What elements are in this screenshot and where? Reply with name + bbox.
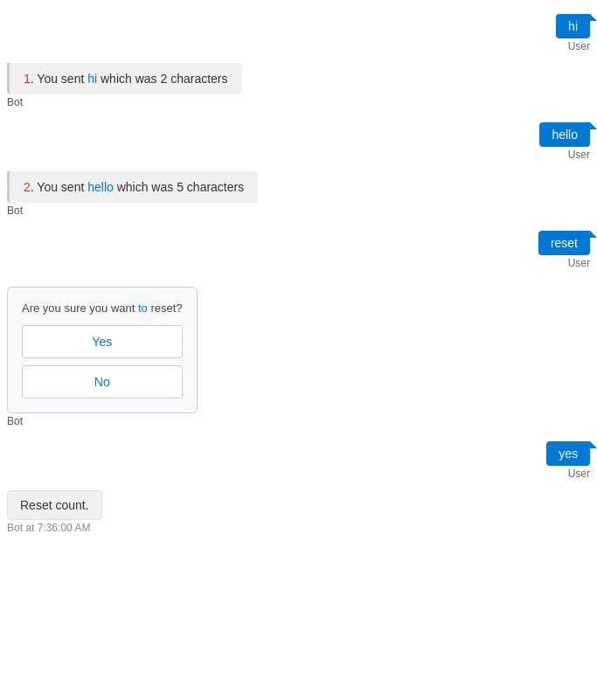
confirm-q-pre: Are you sure you want [22, 301, 138, 315]
user-reset-sender: User [568, 257, 590, 269]
bot-hi-pre: You sent [37, 72, 87, 86]
bot-hello-highlight: hello [87, 180, 114, 194]
bubble-bot-hi: 1. You sent hi which was 2 characters [7, 63, 242, 94]
user-hi-sender: User [568, 40, 590, 52]
bot-hi-number: 1 [24, 72, 31, 86]
message-row-bot-confirm: Are you sure you want to reset? Yes No B… [7, 280, 590, 427]
bot-confirm-sender: Bot [7, 415, 23, 427]
bot-hello-sender: Bot [7, 204, 23, 217]
message-row-bot-reset-done: Reset count. Bot at 7:36:00 AM [7, 490, 590, 534]
bot-hello-post: which was [114, 180, 177, 194]
confirm-question: Are you sure you want to reset? [22, 301, 183, 315]
message-row-user-hi: hi User [7, 14, 590, 52]
message-row-bot-hi: 1. You sent hi which was 2 characters Bo… [7, 63, 590, 108]
bot-hi-sender: Bot [7, 96, 23, 108]
bubble-user-reset: reset [538, 231, 590, 255]
bot-hello-suffix: characters [184, 180, 244, 194]
user-hello-text: hello [552, 128, 578, 142]
bubble-user-hi: hi [556, 14, 590, 38]
bubble-user-hello: hello [539, 122, 590, 147]
bot-hi-suffix: characters [167, 72, 227, 86]
message-row-user-hello: hello User [7, 122, 590, 161]
user-hello-sender: User [568, 149, 590, 161]
bubble-reset: Reset count. [7, 490, 102, 520]
bubble-bot-hello: 2. You sent hello which was 5 characters [7, 171, 258, 203]
bot-hi-post: which was [97, 72, 160, 86]
bot-hi-highlight: hi [87, 72, 97, 86]
bot-hello-pre: You sent [37, 180, 87, 194]
message-row-user-yes: yes User [7, 441, 590, 480]
bot-hello-number: 2 [24, 180, 31, 194]
confirm-card: Are you sure you want to reset? Yes No [7, 287, 198, 413]
user-reset-text: reset [551, 236, 578, 250]
bubble-user-yes: yes [546, 441, 590, 466]
user-yes-sender: User [568, 468, 590, 480]
message-row-user-reset: reset User [7, 231, 590, 269]
reset-done-text: Reset count. [20, 498, 89, 512]
message-row-bot-hello: 2. You sent hello which was 5 characters… [7, 171, 590, 217]
bot-hello-count: 5 [177, 180, 184, 194]
yes-button[interactable]: Yes [22, 325, 183, 358]
chat-container: hi User 1. You sent hi which was 2 chara… [7, 14, 590, 537]
user-yes-text: yes [559, 447, 578, 461]
bot-reset-timestamp: Bot at 7:36:00 AM [7, 522, 90, 534]
confirm-q-post: reset? [148, 301, 183, 315]
confirm-q-highlight: to [138, 301, 148, 315]
user-hi-text: hi [568, 19, 578, 33]
no-button[interactable]: No [22, 365, 183, 399]
